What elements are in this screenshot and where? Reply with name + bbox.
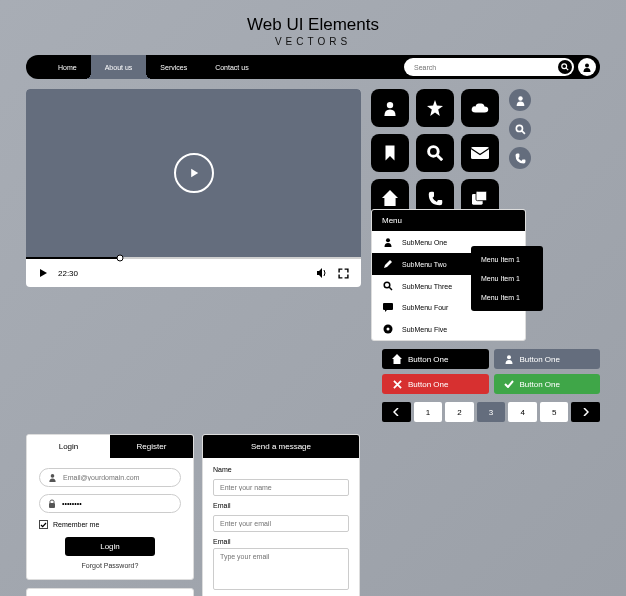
name-input[interactable] — [213, 479, 349, 496]
search-input[interactable] — [414, 64, 552, 71]
page-1[interactable]: 1 — [414, 402, 443, 422]
video-player: 22:30 — [26, 89, 361, 287]
button-red[interactable]: Button One — [382, 374, 489, 394]
tile-cloud-icon[interactable] — [461, 89, 499, 127]
remember-checkbox[interactable] — [39, 520, 48, 529]
chevron-right-icon — [583, 408, 589, 416]
fullscreen-icon[interactable] — [338, 268, 349, 279]
avatar-button[interactable] — [578, 58, 596, 76]
video-progress[interactable] — [26, 257, 361, 259]
email-field-wrap — [39, 468, 181, 487]
svg-rect-15 — [383, 303, 393, 310]
close-icon — [393, 380, 402, 389]
svg-point-13 — [384, 282, 390, 288]
video-screen[interactable] — [26, 89, 361, 257]
button-label: Button One — [408, 380, 448, 389]
svg-line-14 — [389, 287, 392, 290]
nav-contact[interactable]: Contact us — [201, 55, 262, 79]
svg-point-18 — [507, 355, 511, 359]
nav-about[interactable]: About us — [91, 55, 147, 79]
menu-label: SubMenu Four — [402, 304, 448, 311]
circle-search-icon[interactable] — [509, 118, 531, 140]
page-next[interactable] — [571, 402, 600, 422]
message-panel: Send a message Name Email Email Send — [202, 434, 360, 596]
lock-icon — [48, 499, 56, 508]
tile-bookmark-icon[interactable] — [371, 134, 409, 172]
svg-line-11 — [521, 130, 524, 133]
svg-point-0 — [562, 64, 567, 69]
auth-panel: Login Register Remember me Login Forgot … — [26, 434, 194, 580]
register-tab[interactable]: Register — [110, 435, 193, 458]
search-icon — [383, 281, 393, 291]
button-black[interactable]: Button One — [382, 349, 489, 369]
message-textarea[interactable] — [213, 548, 349, 590]
svg-point-2 — [585, 64, 589, 68]
svg-line-1 — [566, 68, 568, 70]
svg-point-12 — [386, 238, 390, 242]
page-prev[interactable] — [382, 402, 411, 422]
icon-grid — [371, 89, 499, 217]
pencil-icon — [383, 259, 393, 269]
pagination: 1 2 3 4 5 — [382, 402, 600, 422]
button-label: Button One — [408, 355, 448, 364]
page-3[interactable]: 3 — [477, 402, 506, 422]
password-field[interactable] — [62, 500, 172, 507]
menu-header: Menu — [372, 210, 525, 231]
navbar: Home About us Services Contact us — [26, 55, 600, 79]
menu-item-5[interactable]: SubMenu Five — [372, 318, 525, 340]
chevron-left-icon — [393, 408, 399, 416]
person-icon — [582, 62, 592, 72]
svg-point-19 — [51, 474, 55, 478]
flyout-item[interactable]: Menu Item 1 — [471, 269, 543, 288]
login-tab[interactable]: Login — [27, 435, 110, 458]
remember-row[interactable]: Remember me — [39, 520, 181, 529]
flyout-item[interactable]: Menu Item 1 — [471, 288, 543, 307]
search-bar — [404, 58, 574, 76]
check-icon — [40, 522, 47, 528]
svg-point-3 — [387, 102, 393, 108]
play-button[interactable] — [174, 153, 214, 193]
svg-rect-20 — [49, 503, 55, 508]
page-5[interactable]: 5 — [540, 402, 569, 422]
controls-panel: ON OFF OFF — [26, 588, 194, 596]
play-small-icon[interactable] — [38, 268, 48, 278]
volume-icon[interactable] — [316, 267, 328, 279]
button-green[interactable]: Button One — [494, 374, 601, 394]
page-2[interactable]: 2 — [445, 402, 474, 422]
button-gray[interactable]: Button One — [494, 349, 601, 369]
message-header: Send a message — [203, 435, 359, 458]
tile-star-icon[interactable] — [416, 89, 454, 127]
chat-icon — [383, 303, 393, 312]
tile-person-icon[interactable] — [371, 89, 409, 127]
person-icon — [383, 237, 393, 247]
tile-mail-icon[interactable] — [461, 134, 499, 172]
circle-person-icon[interactable] — [509, 89, 531, 111]
login-button[interactable]: Login — [65, 537, 155, 556]
menu-label: SubMenu Five — [402, 326, 447, 333]
svg-point-10 — [516, 125, 522, 131]
flyout-item[interactable]: Menu Item 1 — [471, 250, 543, 269]
svg-rect-6 — [471, 147, 489, 159]
page-4[interactable]: 4 — [508, 402, 537, 422]
menu-label: SubMenu Three — [402, 283, 452, 290]
check-icon — [504, 380, 514, 388]
gear-icon — [383, 324, 393, 334]
forgot-link[interactable]: Forgot Password? — [39, 562, 181, 569]
person-icon — [504, 354, 514, 364]
circle-icons — [509, 89, 531, 169]
name-label: Name — [213, 466, 349, 473]
button-label: Button One — [520, 380, 560, 389]
password-field-wrap — [39, 494, 181, 513]
search-button[interactable] — [558, 60, 572, 74]
nav-services[interactable]: Services — [146, 55, 201, 79]
play-icon — [187, 166, 201, 180]
email-field[interactable] — [63, 474, 172, 481]
nav-home[interactable]: Home — [44, 55, 91, 79]
page-subtitle: VECTORS — [26, 36, 600, 47]
email-label: Email — [213, 502, 349, 509]
circle-phone-icon[interactable] — [509, 147, 531, 169]
tile-search-icon[interactable] — [416, 134, 454, 172]
email-input[interactable] — [213, 515, 349, 532]
svg-point-17 — [387, 328, 390, 331]
progress-handle[interactable] — [116, 255, 123, 262]
